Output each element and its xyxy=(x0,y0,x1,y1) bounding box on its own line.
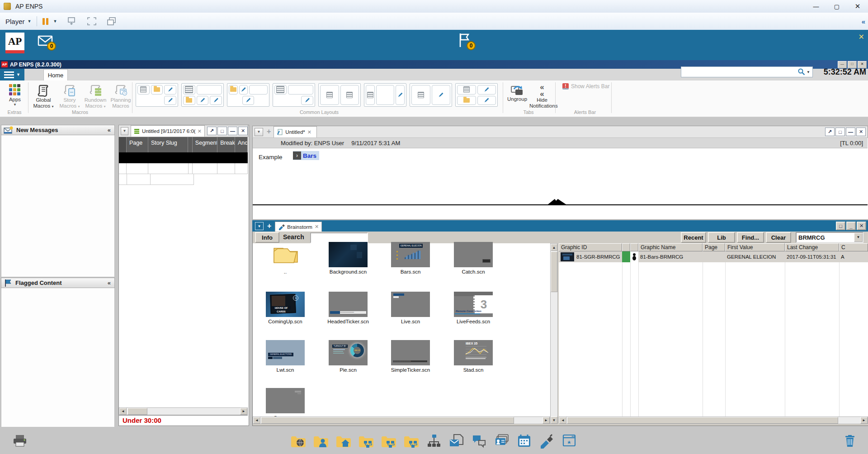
cascade-windows-icon[interactable] xyxy=(107,17,117,26)
file-thumbnail-HeadedTicker-scn[interactable]: ▪▪▪▪▪▪▪▪▪▪▪▪▪▪▪▪▪▪▪▪▪▪ xyxy=(329,292,368,317)
search-input[interactable] xyxy=(681,67,797,76)
player-dropdown-icon[interactable]: ▼ xyxy=(28,19,32,24)
scroll-thumb[interactable] xyxy=(127,408,147,415)
pause-dropdown-icon[interactable]: ▼ xyxy=(53,19,57,24)
taskbar-brainstorm-brush-icon[interactable] xyxy=(539,433,555,449)
table-header-graphic-id[interactable]: Graphic ID xyxy=(559,243,622,251)
file-label[interactable]: Lwt.scn xyxy=(256,367,315,373)
file-label[interactable]: Background.scn xyxy=(319,269,377,274)
file-label[interactable]: Live.scn xyxy=(381,319,440,324)
common-layout-option[interactable] xyxy=(364,83,406,107)
button-lib[interactable]: Lib xyxy=(708,232,735,243)
browser-new-tab-button[interactable]: + xyxy=(267,222,271,230)
file-label[interactable]: HeadedTicker.scn xyxy=(319,319,377,324)
rundown-tab[interactable]: Untitled [9/11/2017 6:0(✕ xyxy=(131,125,205,137)
editor-popout-button[interactable]: ↗ xyxy=(825,128,835,136)
file-thumbnail-Super-scn[interactable] xyxy=(266,388,305,413)
taskbar-folder-rundown-icon[interactable] xyxy=(381,433,397,449)
scroll-thumb[interactable] xyxy=(567,417,838,424)
editor-tab[interactable]: Untitled*✕ xyxy=(274,126,317,137)
pause-button[interactable]: ▼ xyxy=(42,18,57,25)
file-thumbnail-Bars-scn[interactable]: GERENAL ELECION xyxy=(391,242,430,267)
file-thumbnail-Catch-scn[interactable] xyxy=(454,242,493,267)
taskbar-folder-rundown-icon[interactable] xyxy=(358,433,374,449)
taskbar-folder-person-icon[interactable] xyxy=(313,433,329,449)
rundown-cell[interactable] xyxy=(119,174,127,185)
messages-banner-button[interactable]: 0 xyxy=(37,33,53,50)
common-layout-option[interactable] xyxy=(273,83,315,107)
trash-icon[interactable] xyxy=(842,433,858,449)
file-thumbnail-Lwt-scn[interactable]: GENERAL ELECTIONS 2015 xyxy=(266,340,305,365)
taskbar-mail-doc-icon[interactable] xyxy=(448,433,465,449)
file-label[interactable]: Bars.scn xyxy=(381,269,440,274)
rundown-cell[interactable] xyxy=(127,163,148,174)
scroll-left-arrow[interactable]: ◄ xyxy=(559,417,566,424)
hide-notifications-button[interactable]: ««HideNotifications xyxy=(529,82,555,109)
rundown-cell[interactable] xyxy=(193,163,217,174)
file-label[interactable]: .. xyxy=(256,269,315,274)
taskbar-folder-rundown-icon[interactable] xyxy=(403,433,420,449)
button-find[interactable]: Find... xyxy=(737,232,764,243)
browser-tab-close-icon[interactable]: ✕ xyxy=(315,224,319,230)
rundown-selected-row[interactable] xyxy=(119,152,248,163)
rundown-column-header[interactable]: Break xyxy=(217,137,235,152)
apps-button[interactable]: Apps▼ xyxy=(4,82,26,107)
tab-home[interactable]: Home xyxy=(43,69,68,80)
ribbon-button-planning-macros[interactable]: PlanningMacros xyxy=(108,82,134,109)
button-recent[interactable]: Recent xyxy=(681,232,706,243)
search-dropdown-icon[interactable]: ▼ xyxy=(807,70,810,74)
mos-expand-icon[interactable]: › xyxy=(293,151,301,160)
toolbar-collapse-icon[interactable]: « xyxy=(862,18,865,25)
file-label[interactable]: ComingUp.scn xyxy=(256,319,315,324)
scroll-thumb[interactable] xyxy=(551,251,557,292)
global-search-box[interactable]: ▼ xyxy=(681,66,813,77)
editor-close-button[interactable]: ✕ xyxy=(856,128,866,136)
ribbon-button-global-macros[interactable]: GlobalMacros ▾ xyxy=(30,82,57,110)
table-row[interactable]: 81-SGR-BRMRCG81-Bars-BRMRCGGERENAL ELECI… xyxy=(559,251,868,262)
library-combo-dropdown-icon[interactable]: ▼ xyxy=(854,233,863,242)
browser-tab-brainstorm[interactable]: Brainstorm✕ xyxy=(275,222,322,232)
button-clear[interactable]: Clear xyxy=(766,232,791,243)
browser-tab-list-dropdown-icon[interactable]: ▼ xyxy=(255,222,264,230)
scroll-right-arrow[interactable]: ► xyxy=(860,417,868,424)
file-thumbnail-Live-scn[interactable] xyxy=(391,292,430,317)
rundown-hscrollbar[interactable]: ◄► xyxy=(119,407,248,415)
file-label[interactable]: Catch.scn xyxy=(444,269,503,274)
info-button[interactable]: Info xyxy=(255,232,279,243)
file-thumbnail---[interactable] xyxy=(266,242,305,267)
file-thumbnail-Pie-scn[interactable]: TURNOUT BY CITYVALUE xyxy=(329,340,368,365)
rundown-column-header[interactable]: Segment xyxy=(193,137,217,152)
common-layout-option[interactable] xyxy=(227,83,269,107)
table-header-graphic-name[interactable]: Graphic Name xyxy=(638,243,703,251)
panel-header-new-messages[interactable]: New Messages« xyxy=(1,125,115,135)
rundown-tab-close-icon[interactable]: ✕ xyxy=(198,128,202,134)
common-layout-option[interactable] xyxy=(318,83,361,107)
common-layout-option[interactable] xyxy=(181,83,224,107)
mos-object-bars[interactable]: ›Bars xyxy=(293,151,319,160)
player-menu[interactable]: Player xyxy=(5,18,25,25)
printer-icon[interactable] xyxy=(12,433,28,449)
table-header-c[interactable]: C xyxy=(839,243,868,251)
table-header-status[interactable] xyxy=(622,243,630,251)
scroll-thumb[interactable] xyxy=(261,417,514,424)
scroll-down-arrow[interactable]: ▼ xyxy=(551,416,557,424)
rundown-cell[interactable] xyxy=(148,163,189,174)
rundown-column-header[interactable]: Story Slug xyxy=(148,137,188,152)
rundown-tab-list-dropdown-icon[interactable]: ▼ xyxy=(121,127,128,135)
browser-minimize-button[interactable]: _ xyxy=(846,222,856,230)
table-header-page[interactable]: Page xyxy=(703,243,725,251)
search-icon[interactable] xyxy=(797,68,806,76)
rundown-cell[interactable] xyxy=(217,163,235,174)
rundown-cell[interactable] xyxy=(235,163,248,174)
file-label[interactable]: Pie.scn xyxy=(319,367,377,373)
rundown-cell[interactable] xyxy=(119,163,127,174)
scroll-left-arrow[interactable]: ◄ xyxy=(119,408,127,415)
main-menu-button[interactable]: ▼ xyxy=(0,69,24,80)
file-browser-hscrollbar[interactable]: ◄► xyxy=(253,416,550,424)
editor-tab-list-dropdown-icon[interactable]: ▼ xyxy=(255,128,263,136)
fit-screen-icon[interactable] xyxy=(87,17,97,26)
table-header-first-value[interactable]: First Value xyxy=(725,243,785,251)
editor-tab-close-icon[interactable]: ✕ xyxy=(307,129,311,135)
rundown-maximize-button[interactable]: □ xyxy=(217,127,227,135)
panel-header-flagged-content[interactable]: Flagged Content« xyxy=(1,278,115,288)
